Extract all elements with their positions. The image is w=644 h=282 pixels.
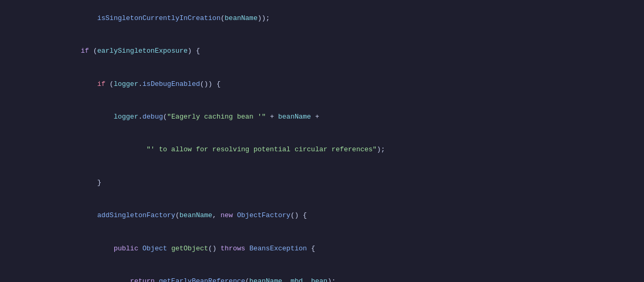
code-line: if (earlySingletonExposure) {	[0, 35, 644, 67]
code-line: addSingletonFactory(beanName, new Object…	[0, 199, 644, 232]
code-editor: isSingletonCurrentlyInCreation(beanName)…	[0, 0, 644, 282]
code-line: isSingletonCurrentlyInCreation(beanName)…	[0, 2, 644, 35]
code-line: "' to allow for resolving potential circ…	[0, 134, 644, 167]
code-line: return getEarlyBeanReference(beanName, m…	[0, 265, 644, 282]
code-line: public Object getObject() throws BeansEx…	[0, 232, 644, 265]
code-line: if (logger.isDebugEnabled()) {	[0, 68, 644, 101]
code-line: }	[0, 167, 644, 199]
code-line: logger.debug("Eagerly caching bean '" + …	[0, 101, 644, 133]
